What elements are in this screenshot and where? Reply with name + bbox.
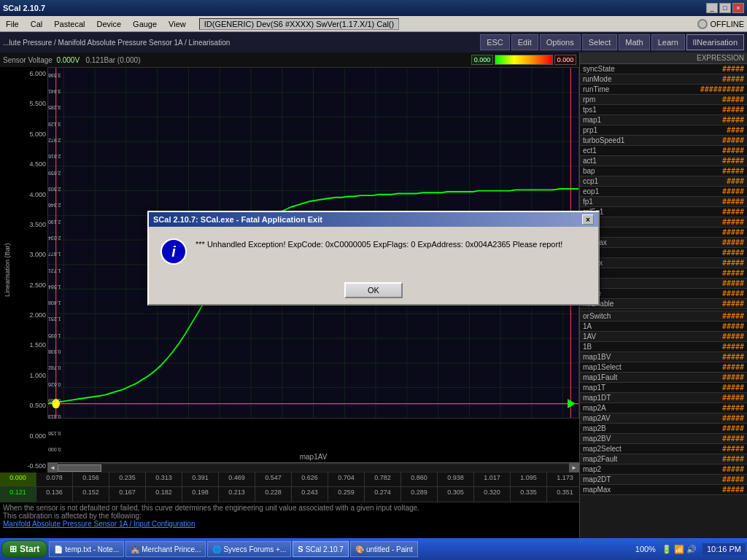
start-label: Start [20,544,39,554]
windows-icon: ⊞ [9,544,17,554]
dialog-ok-button[interactable]: OK [344,282,403,298]
taskbar-btn-forums[interactable]: 🌐 Syvecs Forums +... [207,541,291,557]
taskbar-btn-paint[interactable]: 🎨 untitled - Paint [350,541,418,557]
taskbar-btn-label: SCal 2.10.7 [306,545,344,553]
dialog-overlay: SCal 2.10.7: SCal.exe - Fatal Applicatio… [0,0,747,516]
taskbar-btn-label: Merchant Prince... [142,545,201,553]
taskbar-btn-notepad[interactable]: 📄 temp.txt - Note... [49,541,124,557]
dialog-title: SCal 2.10.7: SCal.exe - Fatal Applicatio… [153,215,322,224]
dialog-body: i *** Unhandled Exception! ExpCode: 0xC0… [149,227,598,276]
browser-icon: 🌐 [212,545,221,553]
taskbar-btn-label: Syvecs Forums +... [223,545,286,553]
taskbar-btn-label: temp.txt - Note... [65,545,119,553]
paint-icon: 🎨 [355,545,364,553]
merchant-icon: 🏰 [131,545,139,553]
clock: 10:16 PM [703,543,746,555]
taskbar-btn-merchant[interactable]: 🏰 Merchant Prince... [125,541,206,557]
dialog-box: SCal 2.10.7: SCal.exe - Fatal Applicatio… [147,211,600,306]
taskbar: ⊞ Start 📄 temp.txt - Note... 🏰 Merchant … [0,538,747,560]
scal-icon: S [298,545,303,553]
network-icon: 📶 [674,545,684,554]
notepad-icon: 📄 [54,545,63,553]
dialog-close-button[interactable]: × [582,214,594,225]
status-line-3: Manifold Absolute Pressure Sensor 1A / I… [3,520,576,528]
battery-icon: 🔋 [662,545,672,554]
sys-tray: 🔋 📶 🔊 [659,545,700,554]
dialog-footer: OK [149,276,598,304]
dialog-info-icon: i [160,238,187,265]
taskbar-btn-scal[interactable]: S SCal 2.10.7 [293,541,349,557]
dialog-title-bar: SCal 2.10.7: SCal.exe - Fatal Applicatio… [149,212,598,227]
taskbar-right: 100% 🔋 📶 🔊 10:16 PM [635,543,746,555]
dialog-message: *** Unhandled Exception! ExpCode: 0xC000… [196,238,587,251]
start-button[interactable]: ⊞ Start [1,540,47,558]
taskbar-btn-label: untitled - Paint [366,545,413,553]
status-link[interactable]: Manifold Absolute Pressure Sensor 1A / I… [3,520,196,528]
zoom-label: 100% [635,545,656,553]
volume-icon: 🔊 [686,545,697,554]
